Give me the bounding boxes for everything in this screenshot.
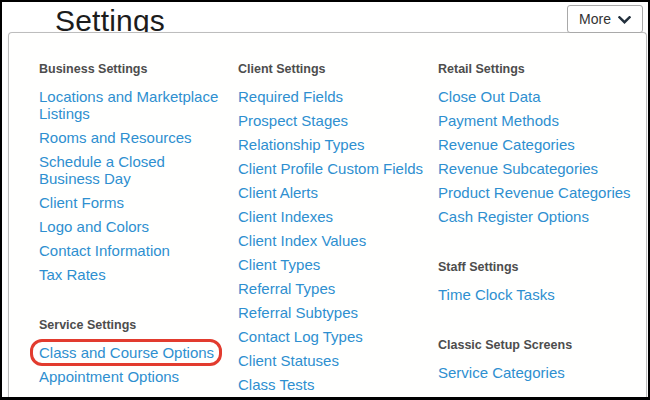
settings-link-highlighted[interactable]: Class and Course Options	[39, 344, 214, 361]
panel-column-2: Client SettingsRequired FieldsProspect S…	[238, 61, 434, 400]
settings-link[interactable]: Referral Subtypes	[238, 304, 358, 321]
settings-link[interactable]: Revenue Categories	[438, 136, 575, 153]
settings-link[interactable]: Referral Types	[238, 280, 335, 297]
settings-link[interactable]: Client Forms	[39, 194, 124, 211]
settings-section: Staff SettingsTime Clock Tasks	[438, 259, 643, 303]
settings-link[interactable]: Locations and Marketplace Listings	[39, 88, 229, 122]
settings-link[interactable]: Appointment Options	[39, 368, 179, 385]
more-button[interactable]: More	[567, 5, 643, 33]
settings-link[interactable]: Client Profile Custom Fields	[238, 160, 423, 177]
panel-column-1: Business SettingsLocations and Marketpla…	[39, 61, 229, 392]
settings-section: Client SettingsRequired FieldsProspect S…	[238, 61, 434, 393]
settings-section: Service SettingsClass and Course Options…	[39, 317, 229, 385]
settings-link[interactable]: Prospect Stages	[238, 112, 348, 129]
settings-link[interactable]: Client Alerts	[238, 184, 318, 201]
section-heading: Business Settings	[39, 61, 229, 77]
section-heading: Classic Setup Screens	[438, 337, 643, 353]
settings-link[interactable]: Revenue Subcategories	[438, 160, 598, 177]
settings-dropdown-panel: Business SettingsLocations and Marketpla…	[8, 32, 647, 400]
settings-section: Retail SettingsClose Out DataPayment Met…	[438, 61, 643, 225]
settings-window: Settings More Business SettingsLocations…	[0, 0, 650, 400]
settings-link[interactable]: Schedule a Closed Business Day	[39, 153, 229, 187]
settings-link[interactable]: Payment Methods	[438, 112, 559, 129]
section-heading: Service Settings	[39, 317, 229, 333]
settings-link[interactable]: Contact Information	[39, 242, 170, 259]
settings-link[interactable]: Class Tests	[238, 376, 314, 393]
settings-link[interactable]: Time Clock Tasks	[438, 286, 555, 303]
settings-link[interactable]: Close Out Data	[438, 88, 541, 105]
settings-link[interactable]: Client Indexes	[238, 208, 333, 225]
settings-link[interactable]: Product Revenue Categories	[438, 184, 631, 201]
settings-link[interactable]: Contact Log Types	[238, 328, 363, 345]
settings-link[interactable]: Required Fields	[238, 88, 343, 105]
settings-link[interactable]: Client Index Values	[238, 232, 366, 249]
settings-link[interactable]: Tax Rates	[39, 266, 106, 283]
section-heading: Staff Settings	[438, 259, 643, 275]
settings-section: Classic Setup ScreensService Categories	[438, 337, 643, 381]
settings-link[interactable]: Relationship Types	[238, 136, 364, 153]
chevron-down-icon	[618, 16, 631, 24]
section-heading: Retail Settings	[438, 61, 643, 77]
settings-link[interactable]: Rooms and Resources	[39, 129, 192, 146]
settings-link[interactable]: Service Categories	[438, 364, 565, 381]
panel-column-3: Retail SettingsClose Out DataPayment Met…	[438, 61, 643, 388]
settings-link[interactable]: Client Statuses	[238, 352, 339, 369]
section-heading: Client Settings	[238, 61, 434, 77]
settings-section: Business SettingsLocations and Marketpla…	[39, 61, 229, 283]
more-button-label: More	[579, 11, 611, 27]
settings-link[interactable]: Logo and Colors	[39, 218, 149, 235]
settings-link[interactable]: Client Types	[238, 256, 320, 273]
settings-link[interactable]: Cash Register Options	[438, 208, 589, 225]
